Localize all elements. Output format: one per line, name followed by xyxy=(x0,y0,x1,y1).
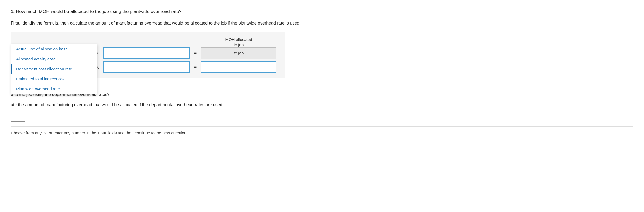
section-2-small-input[interactable] xyxy=(11,112,25,122)
moh-result-label: to job xyxy=(201,47,276,59)
formula-input-1[interactable] xyxy=(103,47,190,59)
equals-2: = xyxy=(193,64,198,70)
question-1-text: 1. How much MOH would be allocated to th… xyxy=(11,8,633,15)
equals-1: = xyxy=(193,50,198,56)
moh-header: MOH allocated to job xyxy=(201,37,276,47)
section-2-input-area xyxy=(11,112,633,122)
section-2-subtext: ate the amount of manufacturing overhead… xyxy=(11,102,633,108)
formula-result-input[interactable] xyxy=(201,61,276,73)
question-1-subtext: First, identify the formula, then calcul… xyxy=(11,20,633,26)
question-1-body: How much MOH would be allocated to the j… xyxy=(16,9,181,14)
formula-input-2[interactable] xyxy=(103,61,190,73)
dropdown-item-estimated-indirect[interactable]: Estimated total indirect cost xyxy=(11,74,97,84)
dropdown-item-allocated-activity[interactable]: Allocated activity cost xyxy=(11,54,97,64)
footer-note: Choose from any list or enter any number… xyxy=(11,126,633,135)
section-2-text: d to the job using the departmental over… xyxy=(11,91,633,98)
section-2: d to the job using the departmental over… xyxy=(11,91,633,122)
dropdown-item-actual-use[interactable]: Actual use of allocation base xyxy=(11,44,97,54)
question-number: 1. xyxy=(11,9,15,14)
dropdown-item-plantwide-rate[interactable]: Plantwide overhead rate xyxy=(11,84,97,94)
dropdown-overlay: Actual use of allocation base Allocated … xyxy=(11,44,97,94)
dropdown-item-dept-cost[interactable]: Department cost allocation rate xyxy=(11,64,97,74)
